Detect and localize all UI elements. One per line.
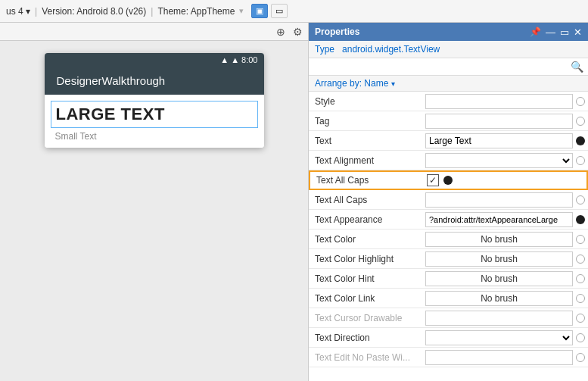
text-alignment-dot bbox=[576, 156, 585, 165]
text-all-caps-checkbox[interactable]: ✓ bbox=[427, 174, 439, 186]
large-text-box[interactable]: LARGE TEXT bbox=[51, 101, 258, 128]
props-row-text-alignment: Text Alignment bbox=[309, 151, 588, 170]
properties-titlebar: Properties 📌 — ▭ ✕ bbox=[309, 23, 588, 41]
search-input[interactable] bbox=[313, 61, 571, 72]
text-all-caps-input[interactable] bbox=[425, 192, 573, 208]
props-row-tag: Tag bbox=[309, 111, 588, 131]
text-alignment-select[interactable] bbox=[425, 153, 573, 168]
props-value-text-appearance bbox=[422, 211, 588, 229]
type-label: Type bbox=[315, 44, 334, 55]
text-appearance-input[interactable] bbox=[425, 212, 573, 227]
tablet-view-button[interactable]: ▭ bbox=[271, 4, 288, 18]
pin-icon[interactable]: 📌 bbox=[530, 27, 541, 37]
props-label-text: Text bbox=[309, 133, 422, 148]
props-label-text-color-highlight: Text Color Highlight bbox=[309, 251, 422, 267]
phone-appbar: DesignerWalkthrough bbox=[45, 67, 264, 95]
props-label-text-direction: Text Direction bbox=[309, 330, 422, 345]
toolbar-item-theme: Theme: AppTheme bbox=[157, 6, 235, 17]
props-value-text-direction bbox=[422, 329, 588, 347]
props-row-text-cursor-drawable: Text Cursor Drawable bbox=[309, 308, 588, 328]
toolbar-sep: | bbox=[35, 6, 37, 17]
props-row-text-color-link: Text Color Link bbox=[309, 289, 588, 308]
props-label-text-cursor-drawable: Text Cursor Drawable bbox=[309, 311, 422, 326]
text-direction-select[interactable] bbox=[425, 330, 573, 345]
toolbar-item-nexus: us 4 ▾ bbox=[6, 6, 30, 17]
props-label-style: Style bbox=[309, 94, 422, 109]
toolbar-theme-dropdown[interactable]: ▾ bbox=[239, 6, 244, 16]
time-display: 8:00 bbox=[241, 55, 257, 64]
props-label-text-alignment: Text Alignment bbox=[309, 153, 422, 168]
props-label-text-color: Text Color bbox=[309, 232, 422, 247]
props-value-text-color-link bbox=[422, 289, 588, 308]
props-value-text-cursor-drawable bbox=[422, 309, 588, 327]
props-label-text-color-link: Text Color Link bbox=[309, 291, 422, 306]
props-search-bar[interactable]: 🔍 bbox=[309, 58, 588, 76]
toolbar-item-version: Version: Android 8.0 (v26) bbox=[42, 6, 146, 17]
props-value-text-color-hint bbox=[422, 270, 588, 288]
style-input[interactable] bbox=[425, 94, 573, 109]
minimize-icon[interactable]: — bbox=[546, 27, 555, 38]
maximize-icon[interactable]: ▭ bbox=[560, 27, 569, 38]
props-row-text-color-highlight: Text Color Highlight bbox=[309, 249, 588, 269]
text-color-hint-dot bbox=[576, 274, 585, 283]
arrange-dropdown-icon: ▾ bbox=[391, 80, 395, 88]
text-edit-no-paste-dot bbox=[576, 353, 585, 362]
props-label-text-appearance: Text Appearance bbox=[309, 212, 422, 227]
props-label-text-all-caps-checked: Text All Caps bbox=[310, 173, 424, 188]
text-color-dot bbox=[576, 235, 585, 244]
designer-panel: ⊕ ⚙ ▲ ▲ 8:00 DesignerWalkthrough LARGE T… bbox=[0, 23, 309, 381]
text-color-link-dot bbox=[576, 294, 585, 303]
large-text: LARGE TEXT bbox=[56, 105, 165, 123]
toolbar: us 4 ▾ | Version: Android 8.0 (v26) | Th… bbox=[0, 0, 588, 23]
props-label-text-edit-no-paste: Text Edit No Paste Wi... bbox=[309, 350, 422, 365]
checkbox-check-icon: ✓ bbox=[429, 175, 437, 186]
phone-view-button[interactable]: ▣ bbox=[251, 4, 268, 18]
main-area: ⊕ ⚙ ▲ ▲ 8:00 DesignerWalkthrough LARGE T… bbox=[0, 23, 588, 381]
text-color-highlight-input[interactable] bbox=[425, 251, 573, 267]
props-arrange-bar[interactable]: Arrange by: Name ▾ bbox=[309, 76, 588, 92]
wifi-icon: ▲ bbox=[220, 55, 229, 64]
props-row-text-all-caps-checked: Text All Caps ✓ bbox=[309, 170, 588, 190]
properties-title: Properties bbox=[315, 27, 359, 37]
props-label-text-color-hint: Text Color Hint bbox=[309, 271, 422, 286]
props-label-text-all-caps: Text All Caps bbox=[309, 192, 422, 208]
arrange-label: Arrange by: Name bbox=[315, 78, 388, 89]
text-cursor-drawable-input[interactable] bbox=[425, 311, 573, 326]
text-edit-no-paste-input[interactable] bbox=[425, 350, 573, 365]
titlebar-icons: 📌 — ▭ ✕ bbox=[530, 27, 582, 38]
props-value-text-color-highlight bbox=[422, 250, 588, 268]
text-all-caps-empty-dot bbox=[576, 195, 585, 205]
props-type-row: Type android.widget.TextView bbox=[309, 41, 588, 58]
text-dot bbox=[576, 136, 585, 145]
text-input[interactable] bbox=[425, 133, 573, 148]
props-row-text-direction: Text Direction bbox=[309, 328, 588, 348]
tag-input[interactable] bbox=[425, 114, 573, 129]
props-row-text-appearance: Text Appearance bbox=[309, 210, 588, 230]
zoom-icon[interactable]: ⊕ bbox=[275, 26, 287, 38]
text-color-input[interactable] bbox=[425, 232, 573, 247]
phone-frame: ▲ ▲ 8:00 DesignerWalkthrough LARGE TEXT … bbox=[45, 53, 264, 148]
close-icon[interactable]: ✕ bbox=[574, 27, 582, 38]
text-color-link-input[interactable] bbox=[425, 291, 573, 306]
style-dot bbox=[576, 97, 585, 106]
type-value: android.widget.TextView bbox=[342, 44, 440, 55]
settings-icon[interactable]: ⚙ bbox=[291, 26, 303, 38]
props-row-text-color: Text Color bbox=[309, 230, 588, 249]
text-direction-dot bbox=[576, 333, 585, 342]
small-text: Small Text bbox=[51, 131, 258, 142]
props-value-text-edit-no-paste bbox=[422, 348, 588, 367]
props-value-text-all-caps-checked: ✓ bbox=[424, 173, 586, 188]
app-name: DesignerWalkthrough bbox=[57, 74, 166, 87]
text-cursor-drawable-dot bbox=[576, 314, 585, 323]
props-value-text bbox=[422, 132, 588, 150]
props-value-text-color bbox=[422, 230, 588, 248]
signal-icon: ▲ bbox=[231, 55, 239, 64]
props-row-text-edit-no-paste: Text Edit No Paste Wi... bbox=[309, 348, 588, 367]
tag-dot bbox=[576, 117, 585, 126]
props-table: Style Tag Text bbox=[309, 92, 588, 381]
search-icon: 🔍 bbox=[571, 61, 583, 73]
text-color-hint-input[interactable] bbox=[425, 271, 573, 286]
props-row-style: Style bbox=[309, 92, 588, 111]
phone-content: LARGE TEXT Small Text bbox=[45, 95, 264, 148]
props-value-text-all-caps bbox=[422, 191, 588, 209]
